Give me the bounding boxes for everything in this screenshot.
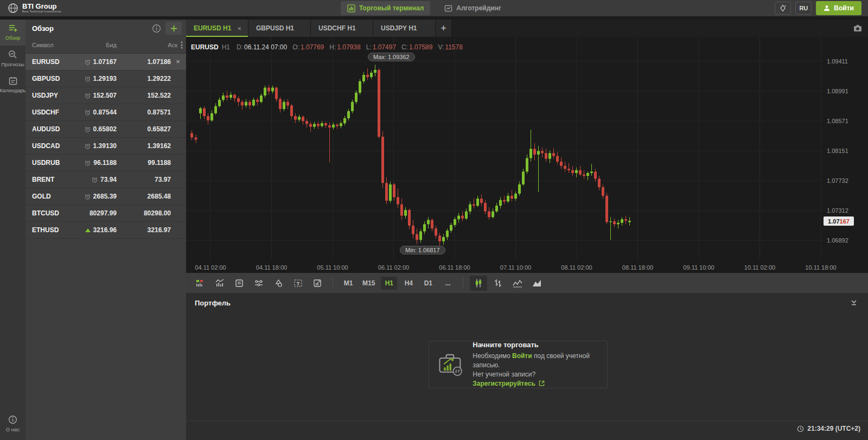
text-tool-icon[interactable]: T	[289, 276, 307, 291]
login-link[interactable]: Войти	[512, 352, 532, 360]
alarm-icon[interactable]	[85, 194, 91, 200]
tab-close-icon[interactable]: ×	[236, 23, 242, 34]
toolbar-divider	[333, 277, 333, 289]
bid-value: 96.1188	[93, 159, 117, 167]
bid-cell: 80297.99	[70, 209, 117, 217]
news-icon[interactable]	[231, 276, 248, 291]
alarm-icon[interactable]	[85, 160, 91, 166]
algo-trading-label: Алготрейдинг	[456, 4, 501, 12]
add-tab-button[interactable]: +	[436, 20, 452, 37]
open-value: 1.07769	[301, 43, 324, 51]
symbol-label: USDCAD	[32, 142, 70, 150]
timeframe-h1[interactable]: H1	[381, 277, 397, 290]
tab-label: GBPUSD H1	[256, 24, 305, 32]
briefcase-icon	[438, 350, 464, 379]
add-symbol-button[interactable]	[165, 22, 182, 35]
watchlist-header-row: Символ Бид Аск	[25, 37, 186, 54]
sidebar-item-label: Прогнозы	[1, 61, 24, 67]
chart-area[interactable]: EURUSDH1D:06.11.24 07:00O:1.07769H:1.079…	[186, 37, 868, 273]
tab-label: EURUSD H1	[194, 24, 236, 32]
alarm-icon[interactable]	[85, 110, 91, 116]
alarm-icon[interactable]	[85, 59, 91, 65]
bid-cell: 0.65802	[70, 125, 117, 133]
login-button[interactable]: Войти	[816, 1, 861, 15]
ask-value: 3216.97	[117, 226, 171, 234]
watchlist-row-eurusd[interactable]: EURUSD1.071671.07186×	[25, 54, 186, 71]
bid-value: 0.87544	[93, 109, 117, 116]
indicators-icon[interactable]	[211, 276, 228, 291]
chart-settings-icon[interactable]	[309, 276, 326, 291]
watchlist-row-usdrub[interactable]: USDRUB96.118899.1188	[25, 155, 186, 171]
plus-icon	[170, 25, 177, 32]
watchlist-row-gold[interactable]: GOLD2685.392685.48	[25, 188, 186, 205]
timeframe-m1[interactable]: M1	[340, 277, 356, 290]
bid-value: 0.65802	[93, 125, 117, 133]
bid-cell: 2685.39	[70, 193, 117, 200]
watchlist-row-ethusd[interactable]: ETHUSD3216.963216.97	[25, 222, 186, 239]
watchlist-row-brent[interactable]: BRENT73.9473.97	[25, 171, 186, 188]
column-symbol: Символ	[32, 42, 70, 48]
symbol-label: USDCHF	[32, 109, 70, 116]
chart-tab-usdjpy-h1[interactable]: USDJPY H1	[373, 20, 436, 37]
chart-type-area[interactable]	[528, 276, 546, 291]
language-button[interactable]: RU	[795, 2, 812, 15]
watchlist-row-usdjpy[interactable]: USDJPY152.507152.522	[25, 87, 186, 104]
dots-vertical-icon[interactable]	[181, 41, 183, 49]
sidebar-item-calendar[interactable]: Календарь	[0, 72, 25, 98]
more-timeframes-button[interactable]: ...	[439, 277, 456, 290]
watchlist-row-btcusd[interactable]: BTCUSD80297.9980298.00	[25, 205, 186, 222]
register-link[interactable]: Зарегистрируйтесь	[473, 380, 535, 387]
brand-logo[interactable]: BTI Group Best Technical Investments	[0, 3, 184, 14]
chart-type-candles[interactable]	[470, 276, 487, 291]
candlestick-chart[interactable]	[186, 37, 822, 260]
price-axis-label: 1.09411	[827, 58, 865, 65]
alarm-icon[interactable]	[85, 126, 91, 132]
sidebar-item-about[interactable]: О нас	[0, 415, 25, 432]
chart-type-bars[interactable]	[489, 276, 507, 291]
algo-trading-button[interactable]: Алготрейдинг	[444, 4, 501, 12]
timeframe-group: M1M15H1H4D1	[339, 277, 438, 290]
objects-icon[interactable]	[250, 276, 267, 291]
timeframe-d1[interactable]: D1	[420, 277, 436, 290]
close-icon[interactable]: ×	[174, 58, 182, 66]
sidebar-item-overview[interactable]: Обзор	[0, 20, 25, 46]
info-icon[interactable]	[152, 24, 161, 33]
chart-tab-eurusd-h1[interactable]: EURUSD H1×	[186, 20, 248, 37]
watchlist-row-usdcad[interactable]: USDCAD1.391301.39162	[25, 138, 186, 155]
alarm-icon[interactable]	[92, 177, 98, 183]
close-value: 1.07589	[409, 43, 432, 51]
bid-cell: 1.29193	[70, 75, 117, 82]
ohlc-info: EURUSDH1D:06.11.24 07:00O:1.07769H:1.079…	[191, 43, 463, 51]
quotes-panel-icon[interactable]	[192, 276, 209, 291]
screenshot-button[interactable]	[852, 23, 864, 34]
sidebar-item-forecasts[interactable]: Прогнозы	[0, 46, 25, 72]
bid-value: 1.29193	[93, 75, 117, 82]
shapes-icon[interactable]	[270, 276, 287, 291]
timeframe-m15[interactable]: M15	[360, 277, 378, 290]
trading-terminal-button[interactable]: Торговый терминал	[341, 1, 430, 15]
chart-type-line[interactable]	[509, 276, 526, 291]
column-ask: Аск	[117, 42, 181, 48]
chart-tab-gbpusd-h1[interactable]: GBPUSD H1	[248, 20, 311, 37]
alarm-icon[interactable]	[85, 143, 91, 149]
high-value: 1.07938	[337, 43, 360, 51]
sidebar-item-label: Календарь	[0, 87, 25, 93]
start-trading-card: Начните торговать Необходимо Войти под с…	[429, 341, 608, 388]
chart-tab-usdchf-h1[interactable]: USDCHF H1	[311, 20, 373, 37]
sidebar-item-label: О нас	[6, 426, 20, 432]
timeframe-h4[interactable]: H4	[400, 277, 417, 290]
watchlist-row-gbpusd[interactable]: GBPUSD1.291931.29222	[25, 71, 186, 87]
candlestick-plot[interactable]	[186, 37, 822, 260]
watchlist-row-audusd[interactable]: AUDUSD0.658020.65827	[25, 121, 186, 138]
price-axis-label: 1.06892	[827, 237, 865, 244]
collapse-panel-button[interactable]	[848, 297, 859, 308]
alarm-icon[interactable]	[85, 76, 91, 82]
time-axis-label: 04.11 18:00	[247, 264, 296, 271]
ask-value: 73.97	[117, 176, 171, 183]
bid-value: 73.94	[100, 176, 117, 183]
sparkle-icon[interactable]	[775, 2, 791, 15]
watchlist-row-usdchf[interactable]: USDCHF0.875440.87571	[25, 104, 186, 121]
symbol-label: GOLD	[32, 193, 70, 200]
alarm-icon[interactable]	[85, 93, 91, 99]
time-axis-label: 06.11 18:00	[430, 264, 479, 271]
